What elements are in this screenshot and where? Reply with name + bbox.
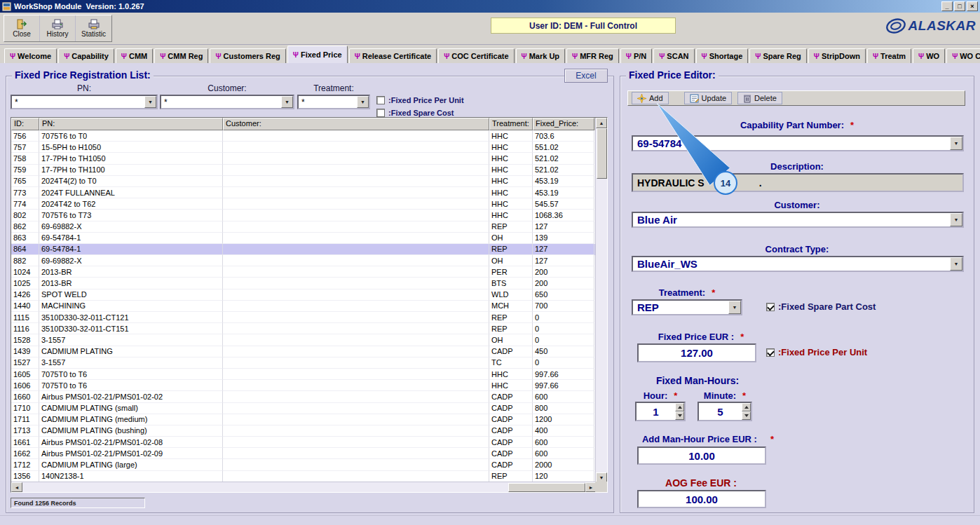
tab-wo-completion[interactable]: ΨWO Completion — [946, 48, 980, 63]
table-row[interactable]: 7652024T4(2) to T0HHC453.19 — [11, 176, 597, 187]
table-row[interactable]: 10252013-BRBTS200 — [11, 278, 597, 289]
excel-button[interactable]: Excel — [564, 69, 608, 83]
tab-scan[interactable]: ΨSCAN — [653, 48, 694, 63]
tab-capability[interactable]: ΨCapability — [58, 48, 114, 63]
contract-type-combo[interactable]: BlueAir_WS ▼ — [632, 256, 964, 272]
checkbox-icon[interactable] — [766, 303, 775, 311]
close-window-button[interactable]: × — [967, 1, 978, 11]
update-button[interactable]: Update — [684, 92, 732, 104]
table-row[interactable]: 86269-69882-XREP127 — [11, 221, 597, 233]
tab-wo[interactable]: ΨWO — [913, 48, 945, 63]
add-man-hour-price-field[interactable]: 10.00 — [637, 446, 766, 465]
tab-p-n[interactable]: ΨP/N — [620, 48, 652, 63]
fixed-spare-cost-filter-checkbox[interactable]: :Fixed Spare Cost — [376, 109, 454, 117]
capability-part-number-combo[interactable]: 69-54784 ▼ — [632, 135, 964, 151]
add-button[interactable]: Add — [632, 92, 669, 104]
spin-down-icon[interactable] — [742, 411, 751, 420]
customer-combo[interactable]: Blue Air ▼ — [632, 212, 964, 228]
fixed-price-eur-field[interactable]: 127.00 — [637, 343, 756, 362]
tab-cmm-reg[interactable]: ΨCMM Reg — [154, 48, 208, 63]
table-row[interactable]: 7732024T FULLANNEALHHC453.19 — [11, 187, 597, 198]
spin-up-icon[interactable] — [742, 403, 751, 411]
tab-welcome[interactable]: ΨWelcome — [4, 48, 57, 63]
scroll-track[interactable] — [22, 482, 585, 492]
vertical-scrollbar[interactable]: ▲ ▼ — [595, 118, 607, 483]
chevron-down-icon[interactable]: ▼ — [144, 96, 156, 108]
column-header-fixed-price[interactable]: Fixed_Price: — [533, 118, 594, 130]
horizontal-scroll-thumb[interactable] — [508, 483, 585, 492]
tab-mfr-reg[interactable]: ΨMFR Reg — [566, 48, 619, 63]
table-row[interactable]: 8027075T6 to T73HHC1068.36 — [11, 210, 597, 221]
table-row[interactable]: 75817-7PH to TH1050HHC521.02 — [11, 153, 597, 164]
fixed-price-per-unit-filter-checkbox[interactable]: :Fixed Price Per Unit — [376, 96, 464, 104]
checkbox-icon[interactable] — [376, 109, 385, 117]
history-button[interactable]: History — [40, 15, 76, 41]
table-row[interactable]: 15273-1557TC0 — [11, 357, 597, 369]
customer-filter-combo[interactable]: * ▼ — [160, 95, 294, 109]
hour-stepper[interactable]: 1 — [635, 402, 686, 421]
column-header-customer[interactable]: Customer: — [223, 118, 489, 130]
tab-stripdown[interactable]: ΨStripDown — [808, 48, 866, 63]
fixed-spare-part-cost-checkbox[interactable]: :Fixed Spare Part Cost — [766, 301, 876, 312]
table-row[interactable]: 1710CADMIUM PLATING (small)CADP800 — [11, 403, 597, 414]
table-row[interactable]: 1712CADMIUM PLATING (large)CADP2000 — [11, 459, 597, 470]
close-button[interactable]: Close — [4, 15, 40, 41]
table-row[interactable]: 1356140N2138-1REP120 — [11, 471, 597, 482]
chevron-down-icon[interactable]: ▼ — [728, 301, 741, 314]
table-row[interactable]: 16067075T0 to T6HHC997.66 — [11, 380, 597, 391]
tab-treatm[interactable]: ΨTreatm — [867, 48, 911, 63]
minimize-button[interactable]: _ — [941, 1, 953, 11]
table-row[interactable]: 75715-5PH to H1050HHC551.02 — [11, 142, 597, 153]
table-row[interactable]: 1660Airbus PMS01-02-21/PMS01-02-02CADP60… — [11, 391, 597, 402]
table-row[interactable]: 15283-1557OH0 — [11, 334, 597, 346]
tab-customers-reg[interactable]: ΨCustomers Reg — [210, 48, 285, 63]
treatment-filter-combo[interactable]: * ▼ — [297, 95, 370, 109]
chevron-down-icon[interactable]: ▼ — [950, 257, 962, 271]
column-header-treatment[interactable]: Treatment: — [489, 118, 533, 130]
chevron-down-icon[interactable]: ▼ — [950, 137, 962, 150]
table-row[interactable]: 1661Airbus PMS01-02-21/PMS01-02-08CADP60… — [11, 437, 597, 448]
spin-up-icon[interactable] — [675, 403, 684, 411]
table-row[interactable]: 7567075T6 to T0HHC703.6 — [11, 130, 597, 142]
checkbox-icon[interactable] — [376, 96, 385, 104]
table-row[interactable]: 1713CADMIUM PLATING (bushing)CADP400 — [11, 425, 597, 437]
table-row[interactable]: 7742024T42 to T62HHC545.57 — [11, 198, 597, 210]
checkbox-icon[interactable] — [766, 348, 775, 357]
pn-filter-combo[interactable]: * ▼ — [11, 95, 158, 109]
table-row[interactable]: 1426SPOT WELDWLD650 — [11, 289, 597, 301]
scroll-up-icon[interactable]: ▲ — [596, 118, 607, 128]
table-row[interactable]: 1711CADMIUM PLATING (medium)CADP1200 — [11, 414, 597, 425]
horizontal-scrollbar[interactable]: ◄ ► — [11, 482, 597, 492]
delete-button[interactable]: Delete — [737, 92, 782, 104]
maximize-button[interactable]: □ — [954, 1, 965, 11]
chevron-down-icon[interactable]: ▼ — [281, 96, 293, 108]
table-row[interactable]: 1439CADMIUM PLATINGCADP450 — [11, 346, 597, 357]
table-row[interactable]: 11153510D330-32-011-CT121REP0 — [11, 312, 597, 323]
tab-shortage[interactable]: ΨShortage — [696, 48, 749, 63]
table-row[interactable]: 1662Airbus PMS01-02-21/PMS01-02-09CADP60… — [11, 448, 597, 459]
vertical-scroll-thumb[interactable] — [597, 128, 607, 179]
aog-fee-field[interactable]: 100.00 — [637, 490, 766, 508]
column-header-id[interactable]: ID: — [11, 118, 39, 130]
tab-release-certificate[interactable]: ΨRelease Certificate — [349, 48, 437, 63]
table-row[interactable]: 75917-7PH to TH1100HHC521.02 — [11, 165, 597, 176]
column-header-pn[interactable]: PN: — [39, 118, 223, 130]
table-row[interactable]: 11163510D330-32-011-CT151REP0 — [11, 323, 597, 334]
tab-coc-certificate[interactable]: ΨCOC Certificate — [438, 48, 514, 63]
fixed-price-per-unit-checkbox[interactable]: :Fixed Price Per Unit — [766, 347, 867, 357]
table-row[interactable]: 16057075T0 to T6HHC997.66 — [11, 369, 597, 380]
table-row[interactable]: 88269-69882-XOH127 — [11, 255, 597, 266]
chevron-down-icon[interactable]: ▼ — [950, 213, 962, 226]
table-row[interactable]: 86369-54784-1OH139 — [11, 233, 597, 244]
table-row[interactable]: 86469-54784-1REP127 — [11, 244, 597, 255]
table-row[interactable]: 10242013-BRPER200 — [11, 266, 597, 278]
statistic-button[interactable]: Statistic — [76, 15, 111, 41]
scroll-left-icon[interactable]: ◄ — [11, 482, 22, 492]
tab-mark-up[interactable]: ΨMark Up — [516, 48, 566, 63]
tab-spare-reg[interactable]: ΨSpare Reg — [749, 48, 807, 63]
chevron-down-icon[interactable]: ▼ — [357, 96, 369, 108]
tab-cmm[interactable]: ΨCMM — [116, 48, 153, 63]
minute-stepper[interactable]: 5 — [697, 402, 752, 421]
spin-down-icon[interactable] — [675, 411, 684, 420]
table-row[interactable]: 1440MACHININGMCH700 — [11, 301, 597, 312]
